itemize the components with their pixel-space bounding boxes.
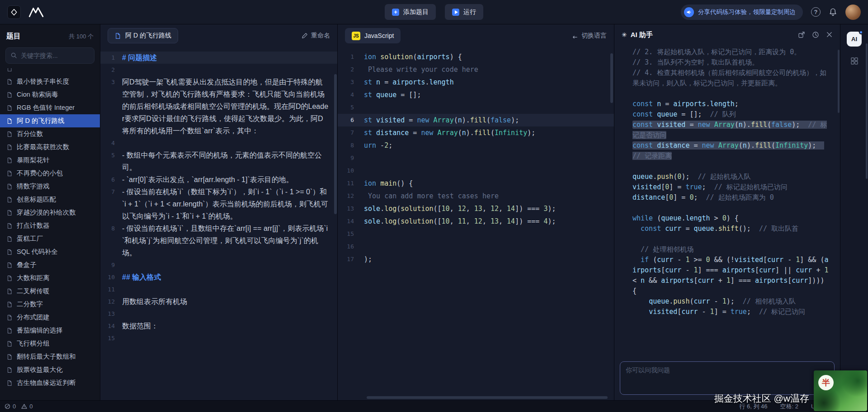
sidebar-item-label: 股票收益最大化: [17, 365, 63, 374]
document-icon: [6, 197, 13, 203]
watermark-text: 掘金技术社区 @w温存: [714, 392, 809, 405]
sidebar-item[interactable]: 蛋糕工厂: [0, 232, 100, 245]
ai-code-line: const visited = new Array(n).fill(false)…: [632, 120, 830, 140]
sidebar-item[interactable]: 最小替换子串长度: [0, 75, 100, 88]
problem-line-text: - 假设当前在机场`i`，且数组中存在`arr[i] == arr[j]`，则表…: [122, 222, 337, 259]
sidebar-item[interactable]: 番茄编辑的选择: [0, 324, 100, 337]
editor-horizontal-scrollbar[interactable]: [367, 396, 608, 399]
ai-code-line: // 3. 当队列不为空时，取出队首机场。: [632, 57, 830, 68]
user-avatar[interactable]: [845, 5, 861, 20]
problem-line-text: - `arr[0]`表示出发点，`arr[arr.length - 1]`表示目…: [122, 173, 337, 186]
problem-line-text: [122, 332, 337, 344]
document-icon: [6, 367, 13, 373]
sidebar-item-label: 穿越沙漠的补给次数: [17, 208, 76, 217]
sidebar-item[interactable]: 创意标题匹配: [0, 193, 100, 206]
promo-banner[interactable]: 分享代码练习体验，领限量定制周边: [681, 5, 803, 20]
code-line: 8urn -2;: [338, 139, 614, 152]
code-line-text: st queue = [];: [364, 89, 421, 101]
document-icon: [6, 288, 13, 295]
problem-editor[interactable]: 1# 问题描述23阿D驾驶一架飞机需要从出发点抵达目的地，但是由于特殊的航空管制…: [100, 47, 337, 400]
sidebar-item-label: 猜数字游戏: [17, 182, 50, 191]
mountain-logo-icon[interactable]: [28, 6, 44, 18]
problem-scrollbar[interactable]: [334, 74, 337, 214]
sidebar-scrollbar[interactable]: [866, 43, 868, 179]
line-number: 5: [338, 101, 364, 114]
sidebar-item[interactable]: 阿 D 的飞行路线: [0, 114, 100, 127]
ai-code-line: const n = airports.length;: [632, 99, 830, 109]
warnings-indicator[interactable]: 0: [21, 403, 33, 410]
line-number: 9: [100, 259, 122, 271]
sidebar-item[interactable]: 二分数字: [0, 298, 100, 311]
sidebar-item-label: 打点计数器: [17, 221, 50, 230]
run-button[interactable]: 运行: [445, 4, 483, 20]
sidebar-item[interactable]: 股票收益最大化: [0, 363, 100, 376]
sidebar-item[interactable]: RGB 色值转 Integer: [0, 101, 100, 114]
ai-code-line: [632, 234, 830, 244]
app-logo[interactable]: [7, 5, 21, 19]
line-number: 17: [338, 253, 364, 266]
editor-vertical-scrollbar[interactable]: [610, 53, 613, 103]
widgets-icon[interactable]: [850, 56, 859, 66]
sidebar-item-label: 番茄编辑的选择: [17, 326, 63, 335]
problem-line: 8- 假设当前在机场`i`，且数组中存在`arr[i] == arr[j]`，则…: [100, 222, 337, 259]
document-icon: [6, 341, 13, 347]
search-input[interactable]: [5, 47, 94, 64]
ai-code-line: if (curr - 1 >= 0 && (!visited[curr - 1]…: [632, 255, 830, 296]
document-icon: [6, 301, 13, 308]
sidebar-item[interactable]: 大数和距离: [0, 272, 100, 285]
sidebar-item[interactable]: 飞行棋分组: [0, 337, 100, 350]
problem-line: 5- 数组中每个元素表示不同的机场，元素的值表示不同的航空公司。: [100, 149, 337, 173]
sidebar-item[interactable]: 比赛最高获胜次数: [0, 140, 100, 154]
ai-scrollbar[interactable]: [838, 50, 840, 113]
notifications-icon[interactable]: [829, 8, 837, 16]
code-editor[interactable]: 1ion solution(airports) {2 Please write …: [338, 47, 614, 400]
sidebar-item-label: 阿 D 的飞行路线: [17, 117, 65, 125]
sidebar-item[interactable]: 百分位数: [0, 127, 100, 140]
document-icon: [6, 105, 13, 111]
close-icon[interactable]: [826, 31, 833, 38]
language-tab[interactable]: JS JavaScript: [345, 28, 401, 43]
sidebar-item[interactable]: Cion 勒索病毒: [0, 88, 100, 101]
sidebar-item[interactable]: 不再费心的小包: [0, 167, 100, 180]
ai-chat-content[interactable]: // 2. 将起始机场入队，标记为已访问，距离设为 0。// 3. 当队列不为空…: [614, 45, 840, 356]
switch-language-button[interactable]: 切换语言: [571, 32, 607, 40]
sidebar-item[interactable]: SQL 代码补全: [0, 245, 100, 258]
warning-icon: [21, 403, 27, 409]
sidebar-item[interactable]: 古生物血缘远近判断: [0, 376, 100, 389]
help-icon[interactable]: ?: [811, 7, 821, 17]
sidebar-item[interactable]: 穿越沙漠的补给次数: [0, 206, 100, 219]
sidebar-item-label: 暴雨梨花针: [17, 156, 50, 164]
add-question-button[interactable]: + 添加题目: [385, 4, 436, 20]
code-line-text: sole.log(solution([10, 12, 13, 12, 14]) …: [364, 202, 556, 215]
sidebar-item-label: SQL 代码补全: [17, 248, 58, 256]
line-number: 14: [100, 320, 122, 332]
sidebar-item[interactable]: 分布式团建: [0, 311, 100, 324]
problem-line-text: # 问题描述: [122, 52, 337, 64]
sidebar-item-label: 大数和距离: [17, 274, 50, 282]
sidebar-item[interactable]: 打点计数器: [0, 219, 100, 232]
ai-assistant-toggle[interactable]: AI: [847, 32, 862, 47]
problem-title-tab[interactable]: 阿 D 的飞行路线: [108, 28, 178, 43]
send-to-chat-icon[interactable]: [798, 31, 805, 38]
rename-button[interactable]: 重命名: [302, 32, 330, 40]
document-icon: [6, 354, 13, 360]
active-dot: [859, 30, 863, 34]
sidebar-item-label: 飞行棋分组: [17, 339, 50, 348]
sidebar-item[interactable]: 暴雨梨花针: [0, 154, 100, 167]
line-number: 14: [338, 215, 364, 228]
problem-line-text: ## 输入格式: [122, 271, 337, 283]
sidebar-item[interactable]: 二叉树传暖: [0, 285, 100, 298]
topbar-actions: + 添加题目 运行: [385, 4, 483, 20]
history-icon[interactable]: [812, 31, 819, 38]
errors-indicator[interactable]: 0: [5, 403, 16, 410]
sidebar-item[interactable]: 翻转后最大子数组和: [0, 350, 100, 363]
document-icon: [6, 236, 13, 242]
sidebar-item[interactable]: [0, 68, 100, 75]
sidebar-item[interactable]: 叠盒子: [0, 258, 100, 272]
problem-line-text: [122, 137, 337, 149]
code-line: 2 Please write your code here: [338, 63, 614, 76]
sidebar-item[interactable]: 猜数字游戏: [0, 180, 100, 193]
code-line-text: st n = airports.length: [364, 76, 454, 89]
ai-code-line: const distance = new Array(n).fill(Infin…: [632, 140, 830, 161]
code-line: 4st queue = [];: [338, 89, 614, 101]
